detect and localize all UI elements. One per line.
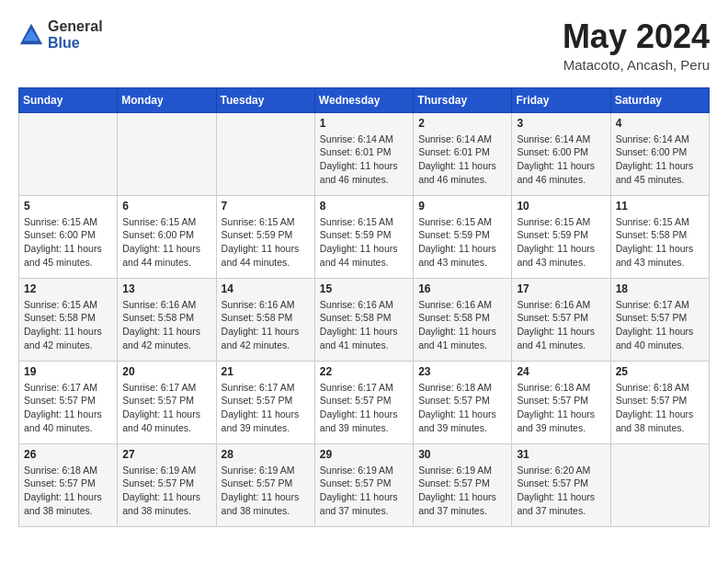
calendar-cell: 7Sunrise: 6:15 AM Sunset: 5:59 PM Daylig… (216, 195, 314, 278)
day-info: Sunrise: 6:19 AM Sunset: 5:57 PM Dayligh… (122, 464, 210, 518)
day-info: Sunrise: 6:19 AM Sunset: 5:57 PM Dayligh… (222, 464, 310, 518)
day-info: Sunrise: 6:16 AM Sunset: 5:58 PM Dayligh… (418, 298, 506, 352)
day-info: Sunrise: 6:20 AM Sunset: 5:57 PM Dayligh… (517, 464, 605, 518)
day-info: Sunrise: 6:14 AM Sunset: 6:00 PM Dayligh… (616, 132, 704, 187)
day-number: 23 (418, 365, 506, 378)
calendar-week-5: 26Sunrise: 6:18 AM Sunset: 5:57 PM Dayli… (19, 443, 710, 526)
day-number: 3 (517, 117, 605, 130)
calendar-cell: 9Sunrise: 6:15 AM Sunset: 5:59 PM Daylig… (414, 195, 512, 278)
day-number: 24 (517, 365, 605, 378)
calendar-cell: 28Sunrise: 6:19 AM Sunset: 5:57 PM Dayli… (216, 443, 314, 526)
weekday-header-thursday: Thursday (414, 87, 512, 112)
weekday-header-sunday: Sunday (19, 87, 118, 112)
page-header: General Blue May 2024 Matacoto, Ancash, … (18, 18, 710, 73)
calendar-week-2: 5Sunrise: 6:15 AM Sunset: 6:00 PM Daylig… (19, 195, 710, 278)
day-info: Sunrise: 6:14 AM Sunset: 6:01 PM Dayligh… (418, 132, 506, 187)
location-label: Matacoto, Ancash, Peru (563, 57, 710, 73)
day-number: 7 (222, 200, 310, 213)
day-info: Sunrise: 6:17 AM Sunset: 5:57 PM Dayligh… (222, 381, 310, 435)
calendar-cell: 3Sunrise: 6:14 AM Sunset: 6:00 PM Daylig… (512, 112, 610, 195)
calendar-cell: 20Sunrise: 6:17 AM Sunset: 5:57 PM Dayli… (118, 361, 216, 443)
calendar-cell: 31Sunrise: 6:20 AM Sunset: 5:57 PM Dayli… (512, 443, 610, 526)
day-number: 20 (122, 365, 210, 378)
day-info: Sunrise: 6:16 AM Sunset: 5:58 PM Dayligh… (122, 298, 210, 352)
calendar-cell: 4Sunrise: 6:14 AM Sunset: 6:00 PM Daylig… (610, 112, 709, 195)
weekday-header-tuesday: Tuesday (216, 87, 314, 112)
day-info: Sunrise: 6:15 AM Sunset: 5:59 PM Dayligh… (320, 215, 408, 270)
calendar-cell (216, 112, 314, 195)
day-number: 4 (616, 117, 704, 130)
calendar-cell: 30Sunrise: 6:19 AM Sunset: 5:57 PM Dayli… (414, 443, 512, 526)
day-number: 1 (320, 117, 408, 130)
day-number: 21 (222, 365, 310, 378)
calendar-table: SundayMondayTuesdayWednesdayThursdayFrid… (18, 87, 710, 527)
calendar-cell: 25Sunrise: 6:18 AM Sunset: 5:57 PM Dayli… (610, 361, 709, 443)
calendar-cell: 11Sunrise: 6:15 AM Sunset: 5:58 PM Dayli… (610, 195, 709, 278)
day-number: 10 (517, 200, 605, 213)
calendar-week-3: 12Sunrise: 6:15 AM Sunset: 5:58 PM Dayli… (19, 278, 710, 361)
day-info: Sunrise: 6:16 AM Sunset: 5:58 PM Dayligh… (222, 298, 310, 352)
day-number: 16 (418, 282, 506, 295)
day-info: Sunrise: 6:15 AM Sunset: 5:58 PM Dayligh… (616, 215, 704, 270)
calendar-cell: 16Sunrise: 6:16 AM Sunset: 5:58 PM Dayli… (414, 278, 512, 361)
calendar-header: SundayMondayTuesdayWednesdayThursdayFrid… (19, 87, 710, 112)
calendar-cell: 29Sunrise: 6:19 AM Sunset: 5:57 PM Dayli… (314, 443, 413, 526)
calendar-cell: 23Sunrise: 6:18 AM Sunset: 5:57 PM Dayli… (414, 361, 512, 443)
weekday-header-friday: Friday (512, 87, 610, 112)
month-title: May 2024 (563, 18, 710, 55)
calendar-cell: 10Sunrise: 6:15 AM Sunset: 5:59 PM Dayli… (512, 195, 610, 278)
calendar-body: 1Sunrise: 6:14 AM Sunset: 6:01 PM Daylig… (19, 112, 710, 526)
day-info: Sunrise: 6:14 AM Sunset: 6:00 PM Dayligh… (517, 132, 605, 187)
day-info: Sunrise: 6:17 AM Sunset: 5:57 PM Dayligh… (616, 298, 704, 352)
weekday-header-wednesday: Wednesday (314, 87, 413, 112)
calendar-cell (118, 112, 216, 195)
day-number: 15 (320, 282, 408, 295)
day-info: Sunrise: 6:15 AM Sunset: 6:00 PM Dayligh… (122, 215, 210, 270)
calendar-cell: 26Sunrise: 6:18 AM Sunset: 5:57 PM Dayli… (19, 443, 118, 526)
calendar-cell (610, 443, 709, 526)
calendar-cell: 22Sunrise: 6:17 AM Sunset: 5:57 PM Dayli… (314, 361, 413, 443)
day-number: 5 (24, 200, 112, 213)
day-info: Sunrise: 6:18 AM Sunset: 5:57 PM Dayligh… (616, 381, 704, 435)
day-number: 19 (24, 365, 112, 378)
weekday-header-saturday: Saturday (610, 87, 709, 112)
day-info: Sunrise: 6:17 AM Sunset: 5:57 PM Dayligh… (320, 381, 408, 435)
day-info: Sunrise: 6:16 AM Sunset: 5:58 PM Dayligh… (320, 298, 408, 352)
calendar-cell: 19Sunrise: 6:17 AM Sunset: 5:57 PM Dayli… (19, 361, 118, 443)
day-number: 18 (616, 282, 704, 295)
calendar-cell: 8Sunrise: 6:15 AM Sunset: 5:59 PM Daylig… (314, 195, 413, 278)
day-number: 22 (320, 365, 408, 378)
calendar-cell: 17Sunrise: 6:16 AM Sunset: 5:57 PM Dayli… (512, 278, 610, 361)
calendar-cell: 13Sunrise: 6:16 AM Sunset: 5:58 PM Dayli… (118, 278, 216, 361)
day-info: Sunrise: 6:17 AM Sunset: 5:57 PM Dayligh… (122, 381, 210, 435)
day-info: Sunrise: 6:18 AM Sunset: 5:57 PM Dayligh… (517, 381, 605, 435)
weekday-row: SundayMondayTuesdayWednesdayThursdayFrid… (19, 87, 710, 112)
logo-blue-text: Blue (48, 35, 103, 52)
calendar-week-1: 1Sunrise: 6:14 AM Sunset: 6:01 PM Daylig… (19, 112, 710, 195)
day-info: Sunrise: 6:19 AM Sunset: 5:57 PM Dayligh… (418, 464, 506, 518)
day-number: 8 (320, 200, 408, 213)
day-info: Sunrise: 6:18 AM Sunset: 5:57 PM Dayligh… (418, 381, 506, 435)
calendar-cell: 18Sunrise: 6:17 AM Sunset: 5:57 PM Dayli… (610, 278, 709, 361)
day-info: Sunrise: 6:17 AM Sunset: 5:57 PM Dayligh… (24, 381, 112, 435)
calendar-cell: 1Sunrise: 6:14 AM Sunset: 6:01 PM Daylig… (314, 112, 413, 195)
day-info: Sunrise: 6:15 AM Sunset: 5:59 PM Dayligh… (517, 215, 605, 270)
calendar-week-4: 19Sunrise: 6:17 AM Sunset: 5:57 PM Dayli… (19, 361, 710, 443)
calendar-cell: 12Sunrise: 6:15 AM Sunset: 5:58 PM Dayli… (19, 278, 118, 361)
day-number: 6 (122, 200, 210, 213)
day-number: 28 (222, 448, 310, 461)
day-info: Sunrise: 6:16 AM Sunset: 5:57 PM Dayligh… (517, 298, 605, 352)
day-number: 31 (517, 448, 605, 461)
logo: General Blue (18, 18, 103, 51)
day-info: Sunrise: 6:18 AM Sunset: 5:57 PM Dayligh… (24, 464, 112, 518)
day-info: Sunrise: 6:19 AM Sunset: 5:57 PM Dayligh… (320, 464, 408, 518)
weekday-header-monday: Monday (118, 87, 216, 112)
day-number: 17 (517, 282, 605, 295)
calendar-cell: 21Sunrise: 6:17 AM Sunset: 5:57 PM Dayli… (216, 361, 314, 443)
day-info: Sunrise: 6:15 AM Sunset: 5:59 PM Dayligh… (222, 215, 310, 270)
calendar-cell: 27Sunrise: 6:19 AM Sunset: 5:57 PM Dayli… (118, 443, 216, 526)
day-number: 26 (24, 448, 112, 461)
day-info: Sunrise: 6:15 AM Sunset: 5:59 PM Dayligh… (418, 215, 506, 270)
day-number: 9 (418, 200, 506, 213)
calendar-cell: 6Sunrise: 6:15 AM Sunset: 6:00 PM Daylig… (118, 195, 216, 278)
